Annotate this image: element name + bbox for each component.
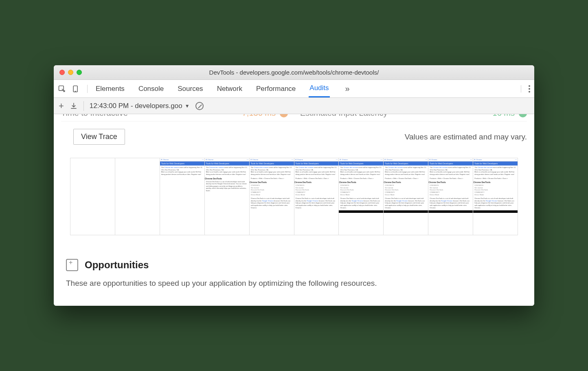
- metrics-row: Time to Interactive 7,130 ms Estimated I…: [61, 114, 527, 121]
- view-trace-button[interactable]: View Trace: [73, 129, 125, 145]
- minimize-window-button[interactable]: [68, 70, 73, 75]
- filmstrip-frame: [70, 158, 115, 235]
- filmstrip-frame: ⚙ Chrome⋯ Tools for Web Developers The C…: [294, 158, 339, 235]
- metric-right-value: 16 ms: [493, 114, 527, 118]
- devtools-window: DevTools - developers.google.com/web/too…: [54, 65, 534, 306]
- panel-tabs: Elements Console Sources Network Perform…: [95, 80, 521, 97]
- filmstrip-frame: ⚙ Chrome⋯ Tools for Web Developers The C…: [473, 158, 518, 235]
- metric-left-value: 7,130 ms: [242, 114, 288, 118]
- tab-audits[interactable]: Audits: [309, 80, 329, 97]
- download-icon[interactable]: [70, 102, 78, 110]
- dropdown-triangle-icon: ▼: [185, 103, 190, 109]
- estimation-note: Values are estimated and may vary.: [405, 132, 527, 141]
- audits-toolbar: + 12:43:00 PM - developers.goo ▼: [54, 98, 534, 114]
- trace-row: View Trace Values are estimated and may …: [61, 123, 527, 152]
- opportunities-title: Opportunities: [85, 259, 149, 271]
- tab-console[interactable]: Console: [138, 81, 165, 97]
- more-tabs-icon[interactable]: »: [345, 84, 350, 93]
- device-toggle-icon[interactable]: [72, 85, 80, 93]
- filmstrip-frame: ⚙ Chrome⋯ Tools for Web Developers The C…: [428, 158, 473, 235]
- filmstrip-frame: [115, 158, 160, 235]
- audit-run-select[interactable]: 12:43:00 PM - developers.goo ▼: [90, 102, 190, 110]
- zoom-window-button[interactable]: [77, 70, 82, 75]
- titlebar: DevTools - developers.google.com/web/too…: [54, 65, 534, 80]
- tab-performance[interactable]: Performance: [255, 81, 296, 97]
- tab-network[interactable]: Network: [216, 81, 243, 97]
- new-audit-button[interactable]: +: [59, 101, 64, 111]
- tab-elements[interactable]: Elements: [95, 81, 125, 97]
- filmstrip-frame: ⚙ Chrome⋯ Tools for Web Developers The C…: [339, 158, 384, 235]
- inspect-icon[interactable]: [58, 85, 66, 93]
- clear-icon[interactable]: [195, 102, 204, 110]
- filmstrip-frame: ⚙ Chrome⋯ Tools for Web Developers The C…: [205, 158, 250, 235]
- traffic-lights: [59, 70, 82, 75]
- status-dot-orange: [280, 114, 288, 117]
- audit-run-label: 12:43:00 PM - developers.goo: [90, 102, 182, 110]
- devtools-tabbar: Elements Console Sources Network Perform…: [54, 80, 534, 98]
- filmstrip-frame: ⚙ Chrome⋯ Tools for Web Developers The C…: [384, 158, 428, 235]
- opportunities-description: These are opportunities to speed up your…: [61, 278, 527, 289]
- metric-left-label: Time to Interactive: [61, 114, 128, 118]
- window-title: DevTools - developers.google.com/web/too…: [54, 69, 534, 76]
- screenshot-filmstrip[interactable]: ⚙ Chrome⋯ Tools for Web Developers The C…: [70, 158, 518, 235]
- settings-menu-icon[interactable]: [529, 85, 530, 93]
- tab-sources[interactable]: Sources: [177, 81, 204, 97]
- filmstrip-frame: ⚙ Chrome⋯ Tools for Web Developers The C…: [250, 158, 294, 235]
- close-window-button[interactable]: [59, 70, 65, 75]
- filmstrip-frame: ⚙ Chrome⋯ Tools for Web Developers The C…: [160, 158, 205, 235]
- metric-right-label: Estimated Input Latency: [300, 114, 388, 118]
- audit-content: Time to Interactive 7,130 ms Estimated I…: [54, 114, 534, 306]
- opportunities-header: Opportunities: [61, 259, 527, 271]
- status-dot-green: [519, 114, 527, 117]
- opportunities-icon: [66, 259, 78, 271]
